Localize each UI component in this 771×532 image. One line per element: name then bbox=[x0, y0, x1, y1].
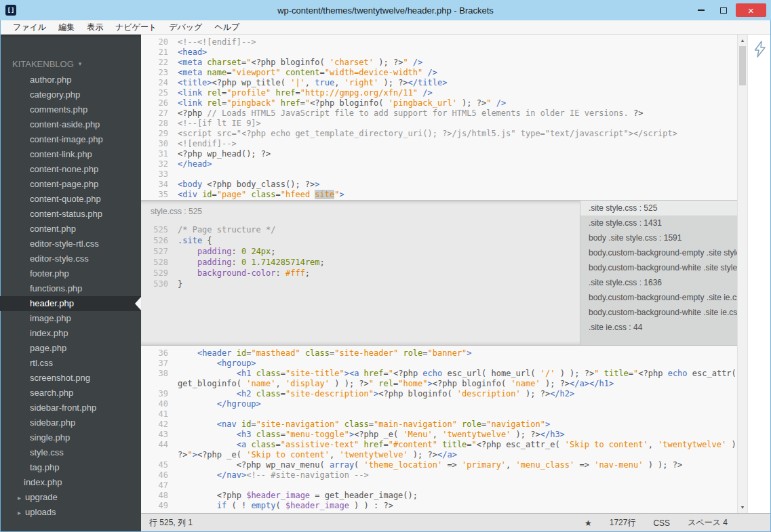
code-line[interactable]: 20<!--<![endif]--> bbox=[141, 37, 737, 47]
code-line[interactable]: 31<?php wp_head(); ?> bbox=[141, 149, 737, 159]
file-editor-style-rtl.css[interactable]: editor-style-rtl.css bbox=[0, 237, 141, 251]
file-editor-style.css[interactable]: editor-style.css bbox=[0, 251, 141, 266]
code-line[interactable]: 34<body <?php body_class(); ?>> bbox=[141, 180, 737, 190]
code-line[interactable]: get_bloginfo( 'name', 'display' ) ); ?>"… bbox=[141, 379, 737, 389]
folder-uploads[interactable]: ▸uploads bbox=[0, 505, 141, 520]
file-page.php[interactable]: page.php bbox=[0, 341, 141, 356]
file-tag.php[interactable]: tag.php bbox=[0, 460, 141, 475]
minimize-button[interactable] bbox=[691, 3, 711, 17]
code-line[interactable]: 47 bbox=[141, 480, 737, 491]
scrollbar-thumb[interactable] bbox=[739, 46, 746, 85]
code-line[interactable]: 30<![endif]--> bbox=[141, 139, 737, 149]
related-rule[interactable]: body.custom-background-empty .site ie.cs… bbox=[580, 290, 737, 305]
editor: 20<!--<![endif]-->21<head>22<meta charse… bbox=[141, 35, 737, 513]
code-line[interactable]: 27<?php // Loads HTML5 JavaScript file t… bbox=[141, 108, 737, 119]
code-line[interactable]: 21<head> bbox=[141, 47, 737, 58]
code-line[interactable]: 40 </hgroup> bbox=[141, 399, 737, 409]
language-selector[interactable]: CSS bbox=[653, 518, 670, 528]
file-sidebar.php[interactable]: sidebar.php bbox=[0, 415, 141, 430]
code-line[interactable]: 49 if ( ! empty( $header_image ) ) : ?> bbox=[141, 501, 737, 511]
line-number: 46 bbox=[141, 470, 168, 480]
file-category.php[interactable]: category.php bbox=[0, 87, 141, 102]
file-comments.php[interactable]: comments.php bbox=[0, 102, 141, 117]
related-rule[interactable]: body.custom-background-white .site ie.cs… bbox=[580, 305, 737, 320]
code-line[interactable]: 26<link rel="pingback" href="<?php blogi… bbox=[141, 98, 737, 108]
code-line[interactable]: 48 <?php $header_image = get_header_imag… bbox=[141, 491, 737, 501]
code-line[interactable]: 45 <?php wp_nav_menu( array( 'theme_loca… bbox=[141, 460, 737, 470]
maximize-button[interactable] bbox=[713, 3, 734, 17]
code-line[interactable]: 38 <h1 class="site-title"><a href="<?php… bbox=[141, 369, 737, 379]
code-line[interactable]: 24<title><?php wp_title( '|', true, 'rig… bbox=[141, 78, 737, 88]
file-content-image.php[interactable]: content-image.php bbox=[0, 132, 141, 147]
code-line[interactable]: 29<script src="<?php echo get_template_d… bbox=[141, 129, 737, 139]
code-line[interactable]: 42 <nav id="site-navigation" class="main… bbox=[141, 420, 737, 430]
code-line[interactable]: ?>"><?php _e( 'Skip to content', 'twenty… bbox=[141, 450, 737, 460]
file-index.php[interactable]: index.php bbox=[0, 475, 141, 490]
related-rule[interactable]: body.custom-background-empty .site style… bbox=[580, 245, 737, 260]
file-single.php[interactable]: single.php bbox=[0, 430, 141, 445]
related-rule[interactable]: .site style.css : 525 bbox=[580, 201, 737, 216]
file-screenshot.png[interactable]: screenshot.png bbox=[0, 371, 141, 386]
related-rule[interactable]: body .site style.css : 1591 bbox=[580, 230, 737, 245]
code-line[interactable]: 46 </nav><!-- #site-navigation --> bbox=[141, 470, 737, 480]
file-content-aside.php[interactable]: content-aside.php bbox=[0, 117, 141, 132]
file-content.php[interactable]: content.php bbox=[0, 222, 141, 237]
file-image.php[interactable]: image.php bbox=[0, 311, 141, 326]
menu-item[interactable]: 編集 bbox=[52, 20, 81, 34]
file-content-none.php[interactable]: content-none.php bbox=[0, 162, 141, 177]
maximize-icon bbox=[720, 7, 727, 14]
live-preview-button[interactable] bbox=[750, 39, 769, 58]
file-footer.php[interactable]: footer.php bbox=[0, 266, 141, 281]
related-rule[interactable]: body.custom-background-white .site style… bbox=[580, 260, 737, 275]
project-dropdown[interactable]: KITAKENBLOG ▾ bbox=[0, 35, 141, 73]
line-count: 1727行 bbox=[610, 517, 636, 529]
file-search.php[interactable]: search.php bbox=[0, 386, 141, 401]
code-line[interactable]: 44 <a class="assistive-text" href="#cont… bbox=[141, 440, 737, 450]
file-content-quote.php[interactable]: content-quote.php bbox=[0, 192, 141, 207]
file-style.css[interactable]: style.css bbox=[0, 445, 141, 460]
file-rtl.css[interactable]: rtl.css bbox=[0, 356, 141, 371]
indent-setting[interactable]: スペース 4 bbox=[688, 517, 728, 529]
file-content-link.php[interactable]: content-link.php bbox=[0, 147, 141, 162]
code-line[interactable]: 37 <hgroup> bbox=[141, 359, 737, 369]
file-label: content-status.php bbox=[30, 209, 102, 219]
file-functions.php[interactable]: functions.php bbox=[0, 281, 141, 296]
menu-item[interactable]: ファイル bbox=[7, 20, 52, 34]
code-line[interactable]: 35<div id="page" class="hfeed site"> bbox=[141, 190, 737, 200]
file-index.php[interactable]: index.php bbox=[0, 326, 141, 341]
file-content-status.php[interactable]: content-status.php bbox=[0, 207, 141, 222]
code-line[interactable]: 33 bbox=[141, 169, 737, 180]
file-content-page.php[interactable]: content-page.php bbox=[0, 177, 141, 192]
brackets-logo-icon: [] bbox=[5, 5, 16, 16]
status-star-icon[interactable]: ★ bbox=[585, 518, 592, 528]
file-author.php[interactable]: author.php bbox=[0, 73, 141, 87]
code-line[interactable]: 43 <h3 class="menu-toggle"><?php _e( 'Me… bbox=[141, 430, 737, 440]
menu-item[interactable]: ヘルプ bbox=[208, 20, 245, 34]
file-header.php[interactable]: header.php bbox=[0, 296, 141, 311]
file-label: upgrade bbox=[25, 492, 58, 502]
menu-item[interactable]: ナビゲート bbox=[109, 20, 163, 34]
related-rule[interactable]: .site ie.css : 44 bbox=[580, 320, 737, 335]
file-label: screenshot.png bbox=[30, 373, 90, 383]
code-line[interactable]: 28<!--[if lt IE 9]> bbox=[141, 119, 737, 129]
code-line[interactable]: 39 <h2 class="site-description"><?php bl… bbox=[141, 389, 737, 399]
close-button[interactable]: × bbox=[736, 3, 766, 17]
code-line[interactable]: 32</head> bbox=[141, 159, 737, 169]
menu-item[interactable]: 表示 bbox=[81, 20, 109, 34]
folder-upgrade[interactable]: ▸upgrade bbox=[0, 490, 141, 505]
menu-item[interactable]: デバッグ bbox=[163, 20, 208, 34]
editor-top-pane[interactable]: 20<!--<![endif]-->21<head>22<meta charse… bbox=[141, 35, 737, 200]
code-line[interactable]: 23<meta name="viewport" content="width=d… bbox=[141, 68, 737, 78]
code-line[interactable]: 36 <header id="masthead" class="site-hea… bbox=[141, 348, 737, 359]
scroll-down-arrow[interactable]: ▼ bbox=[738, 502, 747, 512]
related-rule[interactable]: .site style.css : 1636 bbox=[580, 275, 737, 290]
editor-bottom-pane[interactable]: 36 <header id="masthead" class="site-hea… bbox=[141, 346, 737, 513]
code-line[interactable]: 25<link rel="profile" href="http://gmpg.… bbox=[141, 88, 737, 98]
code-line[interactable]: 41 bbox=[141, 409, 737, 420]
file-sidebar-front.php[interactable]: sidebar-front.php bbox=[0, 401, 141, 415]
editor-scrollbar[interactable]: ▲ ▼ bbox=[737, 35, 747, 513]
line-number: 43 bbox=[141, 430, 168, 440]
code-line[interactable]: 22<meta charset="<?php bloginfo( 'charse… bbox=[141, 58, 737, 68]
related-rule[interactable]: .site style.css : 1431 bbox=[580, 216, 737, 230]
scroll-up-arrow[interactable]: ▲ bbox=[738, 35, 747, 45]
